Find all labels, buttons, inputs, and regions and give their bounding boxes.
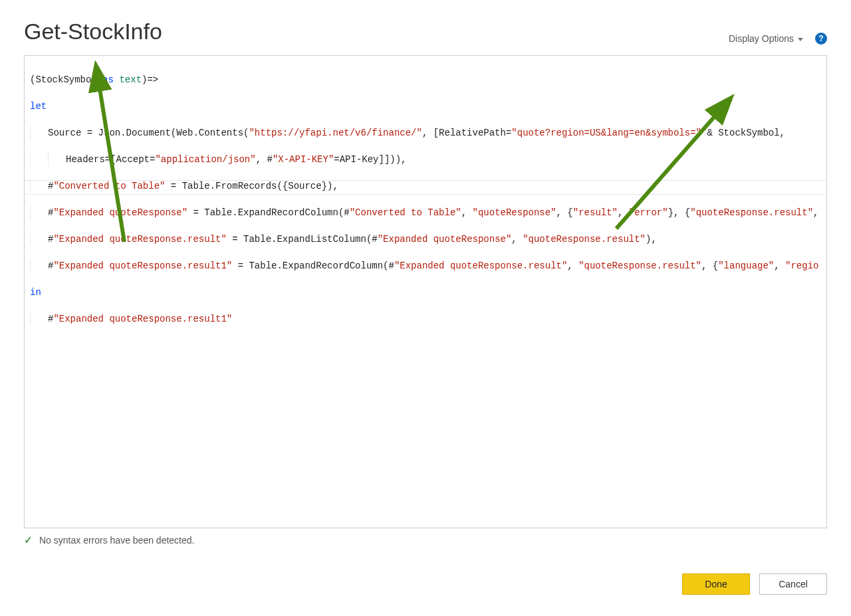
chevron-down-icon <box>798 38 803 41</box>
footer-buttons: Done Cancel <box>682 573 827 595</box>
status-row: ✓ No syntax errors have been detected. <box>24 534 827 546</box>
code-editor[interactable]: (StockSymbol as text)=> let Source = Jso… <box>24 55 827 528</box>
page-root: Get-StockInfo Display Options ? (StockSy… <box>0 0 851 616</box>
code-content: (StockSymbol as text)=> let Source = Jso… <box>25 56 826 356</box>
check-icon: ✓ <box>24 534 33 546</box>
status-message: No syntax errors have been detected. <box>39 535 194 546</box>
header-right: Display Options ? <box>729 33 827 45</box>
display-options-dropdown[interactable]: Display Options <box>729 33 803 44</box>
display-options-label: Display Options <box>729 33 794 44</box>
page-title: Get-StockInfo <box>24 19 162 45</box>
help-icon[interactable]: ? <box>815 33 827 45</box>
cancel-button[interactable]: Cancel <box>759 573 827 595</box>
header-row: Get-StockInfo Display Options ? <box>24 19 827 45</box>
done-button[interactable]: Done <box>682 573 750 595</box>
